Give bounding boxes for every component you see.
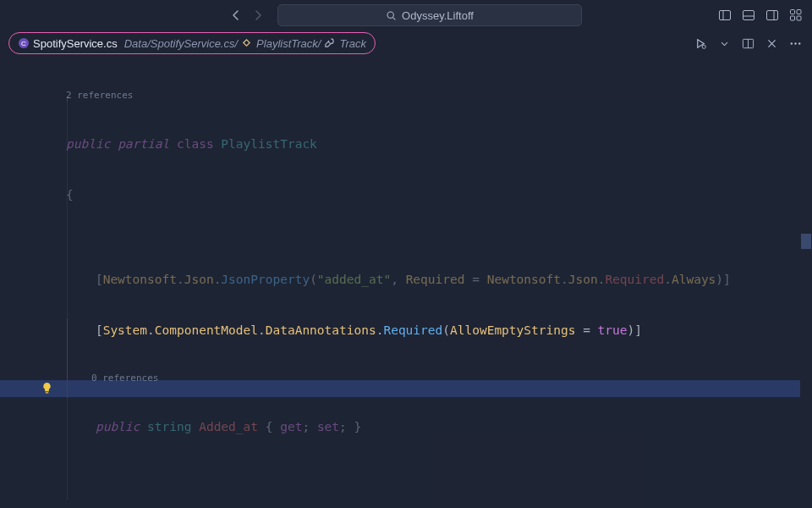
breadcrumb-seg-class: PlaylistTrack/ (256, 37, 321, 50)
svg-line-1 (393, 17, 396, 19)
svg-point-20 (794, 42, 796, 44)
chevron-down-icon[interactable] (716, 35, 732, 52)
code-editor[interactable]: 2 references public partial class Playli… (0, 56, 812, 508)
panel-bottom-icon[interactable] (739, 6, 758, 25)
tab-actions (692, 35, 804, 52)
svg-point-21 (798, 42, 799, 44)
panel-right-icon[interactable] (763, 6, 782, 25)
command-center-text: Odyssey.Liftoff (402, 9, 474, 22)
split-editor-icon[interactable] (739, 35, 756, 52)
svg-point-0 (387, 12, 393, 18)
scroll-marker (801, 234, 811, 249)
layout-grid-icon[interactable] (787, 6, 805, 25)
svg-rect-8 (791, 10, 795, 14)
svg-rect-6 (767, 11, 778, 20)
svg-point-19 (790, 42, 792, 44)
csharp-file-icon: C (18, 37, 30, 49)
svg-rect-11 (797, 16, 801, 20)
nav-forward-button[interactable] (249, 6, 267, 25)
title-actions (716, 6, 805, 25)
svg-rect-9 (797, 10, 801, 14)
class-icon (241, 37, 253, 49)
scrollbar[interactable] (800, 56, 812, 508)
search-icon (386, 10, 397, 21)
command-center[interactable]: Odyssey.Liftoff (277, 4, 582, 26)
nav-back-button[interactable] (227, 6, 245, 25)
breadcrumb-seg-prop: Track (339, 37, 366, 50)
codelens-refs[interactable]: 2 references (66, 90, 798, 102)
titlebar: Odyssey.Liftoff (0, 0, 812, 30)
nav-arrows (227, 6, 267, 25)
svg-rect-4 (743, 11, 754, 20)
svg-rect-10 (791, 16, 795, 20)
tab-row: C SpotifyService.cs Data/SpotifyService.… (0, 30, 812, 56)
close-icon[interactable] (763, 35, 780, 52)
lightbulb-icon[interactable] (41, 382, 54, 395)
code-area[interactable]: 2 references public partial class Playli… (66, 56, 798, 508)
codelens-refs[interactable]: 0 references (66, 373, 798, 384)
more-icon[interactable] (787, 35, 804, 52)
panel-left-icon[interactable] (716, 6, 734, 25)
svg-rect-2 (720, 11, 731, 20)
breadcrumb-path: Data/SpotifyService.cs/ (124, 37, 238, 50)
breadcrumb-file: SpotifyService.cs (33, 37, 118, 50)
svg-rect-22 (46, 392, 49, 393)
svg-point-14 (702, 45, 705, 48)
property-icon (324, 37, 336, 49)
breadcrumb-pill[interactable]: C SpotifyService.cs Data/SpotifyService.… (8, 32, 376, 54)
run-button[interactable] (692, 35, 709, 52)
svg-text:C: C (21, 40, 26, 47)
